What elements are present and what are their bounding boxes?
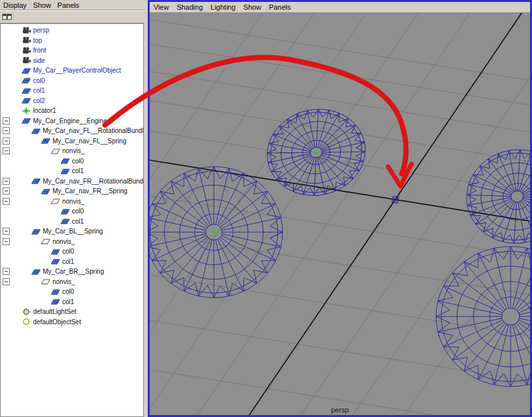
collapse-toggle-icon[interactable] <box>3 268 10 275</box>
outliner-item-my_car_br__spring[interactable]: My_Car_BR__Spring <box>1 267 143 277</box>
outliner-item-label: col0 <box>72 158 84 165</box>
outliner-item-locator1[interactable]: locator1 <box>1 106 143 116</box>
outliner-item-col1[interactable]: col1 <box>1 86 143 96</box>
camera-label: persp <box>150 406 530 414</box>
outliner-item-my_car_nav_fl__spring[interactable]: My_Car_nav_FL__Spring <box>1 136 143 147</box>
outliner-item-label: col1 <box>62 298 74 305</box>
outliner-item-label: col0 <box>33 77 45 84</box>
collapse-toggle-icon[interactable] <box>3 228 10 235</box>
mesh-icon <box>60 167 70 175</box>
scene-canvas[interactable] <box>150 13 530 415</box>
mesh-icon <box>51 288 60 296</box>
mesh-icon <box>21 77 31 84</box>
outliner-item-side[interactable]: side <box>1 56 143 66</box>
outliner-item-label: My_Car_nav_FL__RotationalBundle <box>43 127 144 134</box>
collapse-toggle-icon[interactable] <box>3 198 10 205</box>
collapse-toggle-icon[interactable] <box>3 137 10 145</box>
outliner-tree: persptopfrontsideMy_Car__PlayerControlOb… <box>0 23 144 417</box>
outliner-item-label: My_Car__PlayerControlObject <box>33 67 121 74</box>
outliner-item-nonvis_[interactable]: nonvis_ <box>1 277 143 287</box>
outliner-item-label: col0 <box>72 208 84 215</box>
outliner-item-col1[interactable]: col1 <box>1 257 143 267</box>
viewport-menu-lighting[interactable]: Lighting <box>207 3 240 11</box>
outliner-item-defaultobjectset[interactable]: defaultObjectSet <box>1 317 143 328</box>
mesh-icon <box>51 257 60 265</box>
outliner-item-col0[interactable]: col0 <box>1 287 143 297</box>
outliner-menu-panels[interactable]: Panels <box>54 1 83 9</box>
outliner-item-col0[interactable]: col0 <box>1 206 143 217</box>
outliner-item-my_car__playercontrolobject[interactable]: My_Car__PlayerControlObject <box>1 66 143 76</box>
locator-icon <box>21 107 31 115</box>
outliner-item-label: My_Car_BR__Spring <box>43 268 104 275</box>
outliner-item-col1[interactable]: col1 <box>1 166 143 176</box>
outliner-item-defaultlightset[interactable]: defaultLightSet <box>1 307 143 317</box>
outliner-item-my_car_nav_fr__rotationalbundle[interactable]: My_Car_nav_FR__RotationalBundle <box>1 176 143 187</box>
outliner-item-front[interactable]: front <box>1 45 143 56</box>
outliner-item-label: nonvis_ <box>62 147 84 154</box>
mesh-icon <box>21 67 31 75</box>
outliner-item-col0[interactable]: col0 <box>1 156 143 167</box>
outliner-item-nonvis_[interactable]: nonvis_ <box>1 146 143 156</box>
mesh-icon <box>41 187 51 195</box>
camera-icon <box>21 27 31 34</box>
outliner-item-label: col1 <box>33 87 45 94</box>
outliner-item-nonvis_[interactable]: nonvis_ <box>1 237 143 247</box>
viewport[interactable]: persp <box>150 13 530 415</box>
collapse-toggle-icon[interactable] <box>3 187 10 195</box>
mesh-icon <box>21 97 31 104</box>
collapse-toggle-icon[interactable] <box>3 127 10 134</box>
mesh-icon <box>31 268 41 276</box>
collapse-toggle-icon[interactable] <box>3 278 10 285</box>
outliner-item-label: col0 <box>62 248 74 255</box>
outliner-item-label: defaultObjectSet <box>33 318 81 326</box>
outliner-item-label: locator1 <box>33 107 56 114</box>
outliner-item-label: nonvis_ <box>52 238 75 245</box>
outliner-item-my_car_engine__engine[interactable]: My_Car_Engine__Engine <box>1 116 143 126</box>
outliner-item-label: top <box>33 37 42 44</box>
outliner-panes-icon[interactable] <box>2 12 12 21</box>
outliner-item-label: defaultLightSet <box>33 308 76 315</box>
outliner-item-label: nonvis_ <box>52 278 75 285</box>
outliner-item-label: persp <box>33 27 49 34</box>
outliner-item-label: col1 <box>72 218 84 225</box>
outliner-item-label: front <box>33 47 46 54</box>
mesh-icon <box>60 208 70 215</box>
mesh-icon <box>51 298 60 305</box>
mesh-icon <box>51 248 60 256</box>
outliner-item-nonvis_[interactable]: nonvis_ <box>1 197 143 207</box>
outliner-item-my_car_bl__spring[interactable]: My_Car_BL__Spring <box>1 226 143 237</box>
outliner-panel: DisplayShowPanels persptopfrontsideMy_Ca… <box>0 0 144 417</box>
outliner-item-my_car_nav_fl__rotationalbundle[interactable]: My_Car_nav_FL__RotationalBundle <box>1 126 143 136</box>
viewport-menu-show[interactable]: Show <box>240 3 266 11</box>
collapse-toggle-icon[interactable] <box>3 178 10 185</box>
mesh-icon <box>31 228 41 235</box>
outliner-item-label: My_Car_Engine__Engine <box>33 117 107 125</box>
outliner-item-label: My_Car_nav_FR__Spring <box>52 187 128 195</box>
plane-icon <box>51 197 60 205</box>
mesh-icon <box>60 157 70 165</box>
outliner-item-col1[interactable]: col1 <box>1 297 143 307</box>
viewport-menu-view[interactable]: View <box>150 3 173 11</box>
plane-icon <box>51 147 60 155</box>
outliner-item-label: My_Car_BL__Spring <box>43 228 103 235</box>
collapse-toggle-icon[interactable] <box>3 147 10 154</box>
outliner-item-persp[interactable]: persp <box>1 25 143 36</box>
outliner-menu-show[interactable]: Show <box>30 1 54 9</box>
lightset-icon <box>21 308 31 316</box>
collapse-toggle-icon[interactable] <box>3 238 10 245</box>
collapse-toggle-icon[interactable] <box>3 117 10 125</box>
outliner-item-col0[interactable]: col0 <box>1 76 143 86</box>
mesh-icon <box>21 117 31 125</box>
outliner-item-col0[interactable]: col0 <box>1 246 143 257</box>
outliner-item-top[interactable]: top <box>1 36 143 46</box>
outliner-menubar: DisplayShowPanels <box>0 0 144 10</box>
outliner-menu-display[interactable]: Display <box>0 1 30 9</box>
outliner-item-col2[interactable]: col2 <box>1 96 143 106</box>
viewport-menu-shading[interactable]: Shading <box>173 3 207 11</box>
mesh-icon <box>31 177 41 185</box>
camera-icon <box>21 47 31 54</box>
viewport-menu-panels[interactable]: Panels <box>265 3 295 11</box>
outliner-item-col1[interactable]: col1 <box>1 217 143 227</box>
maya-window: DisplayShowPanels persptopfrontsideMy_Ca… <box>0 0 532 417</box>
outliner-item-my_car_nav_fr__spring[interactable]: My_Car_nav_FR__Spring <box>1 186 143 197</box>
